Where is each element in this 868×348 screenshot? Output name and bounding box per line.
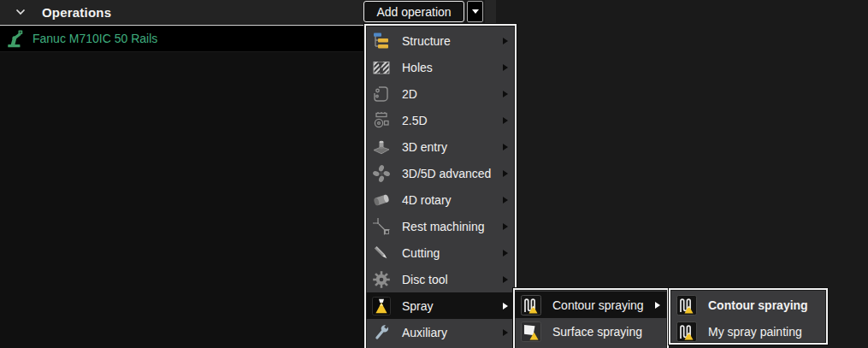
- menu-item-label: Holes: [402, 61, 503, 74]
- add-operation-label: Add operation: [376, 5, 451, 19]
- menu-item-rest-machining[interactable]: Rest machining: [366, 213, 515, 239]
- operations-panel-header: Operations: [0, 0, 363, 24]
- menu-item-label: 3D/5D advanced: [402, 167, 503, 180]
- submenu-arrow-icon: [503, 276, 508, 283]
- menu-item-label: 2.5D: [402, 114, 503, 127]
- submenu-item-label: Contour spraying: [708, 298, 819, 312]
- add-operation-dropdown-button[interactable]: [467, 1, 483, 22]
- operations-tree-panel: [0, 52, 363, 348]
- surface-spraying-icon: [521, 321, 541, 342]
- menu-item-spray[interactable]: Spray: [366, 292, 515, 319]
- menu-item-2-5d[interactable]: 2.5D: [366, 107, 515, 133]
- menu-item-label: 4D rotary: [402, 193, 503, 207]
- panel-title: Operations: [42, 5, 111, 20]
- submenu-item-label: Surface spraying: [552, 325, 660, 339]
- submenu-item-label: My spray painting: [708, 325, 819, 339]
- 3d-entry-icon: [372, 138, 391, 156]
- submenu-arrow-icon: [655, 302, 660, 309]
- menu-item-label: Spray: [402, 299, 503, 313]
- menu-item-label: 3D entry: [402, 140, 503, 154]
- dropdown-arrow-icon: [472, 9, 479, 14]
- panel-divider: [485, 0, 496, 24]
- holes-icon: [372, 58, 391, 77]
- spray-submenu: Contour spraying Surface spraying: [513, 288, 669, 348]
- menu-item-label: Auxiliary: [402, 326, 503, 339]
- submenu-arrow-icon: [503, 38, 508, 44]
- contour-spraying-icon: [676, 321, 697, 342]
- menu-item-disc-tool[interactable]: Disc tool: [366, 266, 515, 292]
- submenu-arrow-icon: [503, 117, 508, 124]
- submenu-arrow-icon: [503, 64, 508, 71]
- tree-row-fanuc[interactable]: Fanuc M710IC 50 Rails: [0, 25, 363, 51]
- menu-item-2d[interactable]: 2D: [366, 80, 515, 107]
- contour-spraying-icon: [676, 295, 697, 316]
- menu-item-label: Disc tool: [402, 273, 503, 286]
- menu-item-3d-5d-advanced[interactable]: 3D/5D advanced: [366, 160, 515, 186]
- submenu-item-surface-spraying[interactable]: Surface spraying: [515, 318, 667, 345]
- add-operation-button[interactable]: Add operation: [363, 1, 464, 22]
- menu-item-label: Structure: [402, 34, 503, 48]
- contour-spraying-icon: [521, 295, 541, 316]
- 3d-5d-advanced-icon: [372, 164, 391, 183]
- add-operation-menu: Structure Holes 2D: [364, 24, 517, 348]
- menu-item-label: 2D: [402, 87, 503, 101]
- submenu-item-label: Contour spraying: [552, 298, 655, 312]
- disc-tool-icon: [372, 270, 391, 289]
- chevron-down-icon[interactable]: [14, 5, 27, 19]
- menu-item-label: Rest machining: [402, 220, 503, 233]
- submenu-item-my-spray-painting[interactable]: My spray painting: [670, 318, 826, 345]
- 4d-rotary-icon: [372, 191, 391, 209]
- robot-arm-icon: [5, 28, 26, 49]
- submenu-arrow-icon: [503, 144, 508, 150]
- menu-item-structure[interactable]: Structure: [366, 27, 515, 54]
- tree-row-label: Fanuc M710IC 50 Rails: [32, 32, 157, 45]
- submenu-arrow-icon: [503, 303, 508, 310]
- spray-icon: [372, 297, 391, 316]
- contour-spraying-submenu: Contour spraying My spray painting: [669, 288, 828, 345]
- menu-item-auxiliary[interactable]: Auxiliary: [366, 319, 515, 345]
- submenu-arrow-icon: [503, 197, 508, 203]
- submenu-arrow-icon: [503, 250, 508, 257]
- menu-item-label: Cutting: [402, 246, 503, 260]
- submenu-arrow-icon: [503, 329, 508, 336]
- structure-icon: [372, 32, 391, 50]
- 2d-icon: [372, 85, 391, 103]
- submenu-item-contour-spraying[interactable]: Contour spraying: [515, 292, 667, 318]
- menu-item-4d-rotary[interactable]: 4D rotary: [366, 186, 515, 213]
- submenu-arrow-icon: [503, 91, 508, 97]
- rest-machining-icon: [372, 217, 391, 236]
- submenu-item-partial[interactable]: [515, 345, 667, 348]
- submenu-item-contour-spraying-default[interactable]: Contour spraying: [670, 292, 826, 318]
- submenu-arrow-icon: [503, 170, 508, 177]
- 2-5d-icon: [372, 111, 391, 130]
- cutting-icon: [372, 244, 391, 262]
- menu-item-3d-entry[interactable]: 3D entry: [366, 133, 515, 160]
- menu-item-holes[interactable]: Holes: [366, 54, 515, 80]
- wrench-icon: [372, 323, 391, 342]
- submenu-arrow-icon: [503, 223, 508, 230]
- menu-item-cutting[interactable]: Cutting: [366, 239, 515, 266]
